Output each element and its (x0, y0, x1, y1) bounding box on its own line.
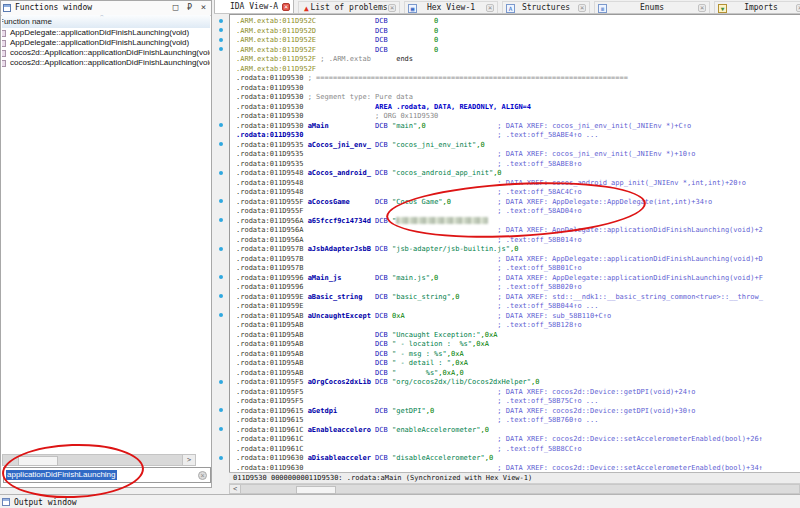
listing-line[interactable]: .rodata:011D9630 aDisableacceler DCB "di… (236, 454, 800, 464)
listing-line[interactable]: .rodata:011D957B ; .text:off_58B01C↑o (236, 264, 800, 274)
bookmark-dot-icon (219, 142, 223, 146)
bookmark-dot-icon (219, 313, 223, 317)
listing-line[interactable]: .ARM.extab:011D952F ; .ARM.extab ends (236, 55, 800, 65)
ida-pro-window: Functions window □₽× ^ Function name App… (0, 0, 800, 508)
function-filter-input[interactable]: applicationDidFinishLaunching × (3, 467, 211, 483)
function-list-item[interactable]: AppDelegate::applicationDidFinishLaunchi… (2, 28, 210, 38)
tab-list-of-problems[interactable]: ▲List of problems× (298, 1, 400, 13)
tab-enums[interactable]: ≡Enums× (594, 1, 710, 13)
tab-imports[interactable]: ▼Imports× (714, 1, 800, 13)
listing-line[interactable]: .rodata:011D957B aJsbAdapterJsbB DCB "js… (236, 245, 800, 255)
listing-line[interactable]: .rodata:011D95AB DCB "Uncaught Exception… (236, 331, 800, 341)
bookmark-dot-icon (219, 38, 223, 42)
listing-line[interactable]: .rodata:011D9530 aMain DCB "main",0 ; DA… (236, 122, 800, 132)
scrollbar-thumb[interactable] (18, 456, 58, 466)
listing-line[interactable]: .ARM.extab:011D952E DCB 0 (236, 36, 800, 46)
listing-line[interactable]: .rodata:011D961C aEnableaccelero DCB "en… (236, 426, 800, 436)
function-name-column-header[interactable]: ^ Function name (2, 15, 210, 29)
tab-close-icon[interactable]: × (698, 4, 706, 12)
output-window-bar[interactable]: Output window (0, 494, 800, 508)
listing-line[interactable]: .rodata:011D95AB aUncaughtExcept DCB 0xA… (236, 312, 800, 322)
listing-line[interactable]: .ARM.extab:011D952F DCB 0 (236, 46, 800, 56)
listing-line[interactable]: .rodata:011D9596 aMain_js DCB "main.js",… (236, 274, 800, 284)
listing-line[interactable]: .rodata:011D956A a65fccf9c14734d DCB " (236, 217, 800, 227)
functions-window-titlebar[interactable]: Functions window □₽× (1, 1, 211, 16)
listing-line[interactable]: .rodata:011D9530 ; ORG 0x11D9530 (236, 112, 800, 122)
tab-hex-view-1[interactable]: ▦Hex View-1× (404, 1, 498, 13)
listing-line[interactable]: .rodata:011D955F aCocosGame DCB "Cocos G… (236, 198, 800, 208)
tab-close-icon[interactable]: × (578, 4, 586, 12)
column-header-label: Function name (2, 17, 52, 26)
tab-structures[interactable]: AStructures× (502, 1, 590, 13)
scroll-right-arrow-icon[interactable]: > (182, 455, 195, 465)
listing-line[interactable]: .rodata:011D9615 ; .text:off_58B760↑o ..… (236, 416, 800, 426)
problems-icon: ▲ (302, 4, 311, 13)
listing-line[interactable]: .ARM.extab:011D952C DCB 0 (236, 17, 800, 27)
tab-close-icon[interactable]: × (796, 4, 800, 12)
listing-line[interactable]: .rodata:011D9596 ; .text:off_58B020↑o (236, 283, 800, 293)
function-icon (2, 30, 6, 37)
scrollbar-thumb[interactable] (296, 486, 336, 494)
listing-line[interactable]: .rodata:011D95AB ; .text:off_58B128↑o (236, 321, 800, 331)
restore-button[interactable]: □ (171, 2, 180, 12)
listing-line[interactable]: .rodata:011D956A ; DATA XREF: AppDelegat… (236, 226, 800, 236)
listing-line[interactable]: .rodata:011D9548 ; DATA XREF: cocos_andr… (236, 179, 800, 189)
tab-close-icon[interactable]: × (388, 4, 396, 12)
listing-line[interactable]: .ARM.extab:011D952F (236, 65, 800, 75)
listing-line[interactable]: .ARM.extab:011D952D DCB 0 (236, 27, 800, 37)
listing-line[interactable]: .rodata:011D9548 ; .text:off_58AC4C↑o (236, 188, 800, 198)
disassembly-listing[interactable]: .ARM.extab:011D952C DCB 0.ARM.extab:011D… (229, 14, 800, 472)
listing-line[interactable]: .rodata:011D9530 AREA .rodata, DATA, REA… (236, 103, 800, 113)
function-list-item[interactable]: cocos2d::Application::applicationDidFini… (2, 58, 210, 68)
listing-line[interactable]: .rodata:011D95AB DCB " - detail : ",0xA (236, 359, 800, 369)
scroll-left-arrow-icon[interactable]: < (230, 485, 241, 493)
enums-icon: ≡ (598, 4, 607, 13)
listing-line[interactable]: .rodata:011D961C ; .text:off_58B8CC↑o (236, 445, 800, 455)
listing-line[interactable]: .rodata:011D9615 aGetdpi DCB "getDPI",0 … (236, 407, 800, 417)
listing-line[interactable]: .rodata:011D95F5 ; .text:off_58B75C↑o ..… (236, 397, 800, 407)
listing-line[interactable]: .rodata:011D95F5 aOrgCocos2dxLib DCB "or… (236, 378, 800, 388)
listing-line[interactable]: .rodata:011D9530 (236, 84, 800, 94)
listing-line[interactable]: .rodata:011D9530 ; Segment type: Pure da… (236, 93, 800, 103)
function-list-item[interactable]: AppDelegate::applicationDidFinishLaunchi… (2, 38, 210, 48)
listing-line[interactable]: .rodata:011D9548 aCocos_android_ DCB "co… (236, 169, 800, 179)
listing-line[interactable]: .rodata:011D9535 ; DATA XREF: cocos_jni_… (236, 150, 800, 160)
hex-view-icon: ▦ (408, 4, 417, 13)
listing-line[interactable]: .rodata:011D955F ; .text:off_58AD04↑o (236, 207, 800, 217)
listing-line[interactable]: .rodata:011D9530 ; =====================… (236, 74, 800, 84)
functions-horizontal-scrollbar[interactable]: > (2, 454, 196, 466)
tab-label: List of problems (310, 3, 387, 12)
bookmark-dot-icon (219, 408, 223, 412)
bookmark-dot-icon (219, 123, 223, 127)
listing-line[interactable]: .rodata:011D959E ; .text:off_58B044↑o ..… (236, 302, 800, 312)
tab-close-icon[interactable]: × (486, 4, 494, 12)
listing-line[interactable]: .rodata:011D9535 aCocos_jni_env_ DCB "co… (236, 141, 800, 151)
listing-line[interactable]: .rodata:011D957B ; DATA XREF: AppDelegat… (236, 255, 800, 265)
listing-horizontal-scrollbar[interactable]: < (229, 484, 800, 494)
functions-window-icon (3, 4, 11, 12)
listing-line[interactable]: .rodata:011D959E aBasic_string DCB "basi… (236, 293, 800, 303)
listing-line[interactable]: .rodata:011D9535 ; .text:off_58ABE8↑o (236, 160, 800, 170)
function-list-item[interactable]: cocos2d::Application::applicationDidFini… (2, 48, 210, 58)
float-button[interactable]: ₽ (185, 2, 194, 12)
listing-line[interactable]: .rodata:011D961C ; DATA XREF: cocos2d::D… (236, 435, 800, 445)
function-name: AppDelegate::applicationDidFinishLaunchi… (10, 28, 189, 37)
clear-filter-icon[interactable]: × (198, 471, 207, 480)
listing-line[interactable]: .rodata:011D95F5 ; DATA XREF: cocos2d::D… (236, 388, 800, 398)
listing-line[interactable]: .rodata:011D95AB DCB " - msg : %s",0xA (236, 350, 800, 360)
bookmark-dot-icon (219, 199, 223, 203)
bookmark-dot-icon (219, 19, 223, 23)
listing-line[interactable]: .rodata:011D95AB DCB " %s",0xA,0 (236, 369, 800, 379)
function-icon (2, 60, 6, 67)
functions-list: AppDelegate::applicationDidFinishLaunchi… (2, 28, 210, 452)
listing-line[interactable]: .rodata:011D95AB DCB " - location : %s",… (236, 340, 800, 350)
listing-line[interactable]: .rodata:011D9630 ; DATA XREF: cocos2d::D… (236, 464, 800, 473)
bookmark-dot-icon (219, 294, 223, 298)
listing-line[interactable]: .rodata:011D956A ; .text:off_58B014↑o (236, 236, 800, 246)
function-name: cocos2d::Application::applicationDidFini… (10, 58, 210, 67)
listing-line[interactable]: .rodata:011D9530 ; .text:off_58ABE4↑o ..… (236, 131, 800, 141)
close-button[interactable]: × (199, 2, 208, 12)
tab-close-icon[interactable]: × (282, 3, 290, 11)
tab-ida-view-a[interactable]: IDA View-A× (214, 0, 294, 13)
tab-label: Structures (522, 3, 570, 12)
